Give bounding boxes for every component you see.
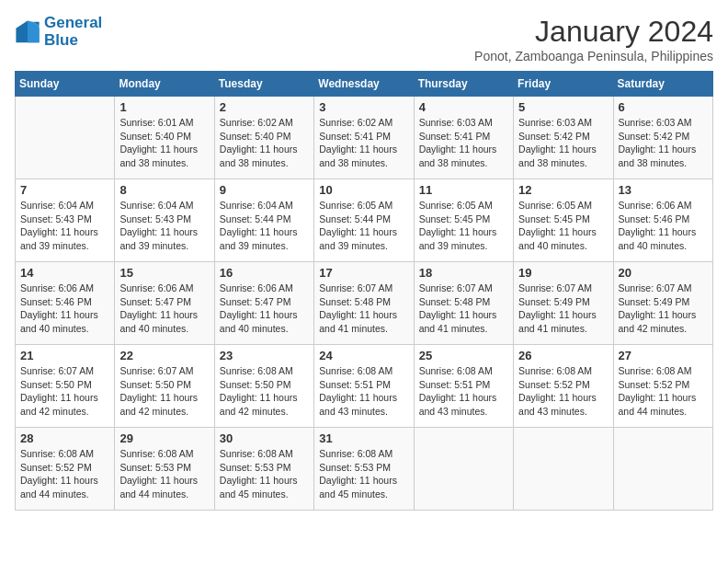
day-info: Sunrise: 6:05 AMSunset: 5:44 PMDaylight:… bbox=[319, 199, 408, 253]
day-info: Sunrise: 6:03 AMSunset: 5:42 PMDaylight:… bbox=[619, 116, 708, 170]
day-number: 18 bbox=[419, 266, 508, 280]
day-info: Sunrise: 6:04 AMSunset: 5:43 PMDaylight:… bbox=[20, 199, 109, 253]
day-number: 6 bbox=[619, 100, 708, 114]
day-number: 31 bbox=[319, 431, 408, 445]
day-number: 28 bbox=[20, 431, 109, 445]
day-info: Sunrise: 6:06 AMSunset: 5:47 PMDaylight:… bbox=[220, 282, 309, 336]
calendar-cell: 28Sunrise: 6:08 AMSunset: 5:52 PMDayligh… bbox=[16, 428, 115, 511]
month-title: January 2024 bbox=[474, 15, 713, 49]
day-info: Sunrise: 6:07 AMSunset: 5:49 PMDaylight:… bbox=[518, 282, 608, 336]
day-number: 23 bbox=[220, 349, 309, 362]
calendar-cell: 16Sunrise: 6:06 AMSunset: 5:47 PMDayligh… bbox=[214, 262, 313, 345]
calendar-cell: 25Sunrise: 6:08 AMSunset: 5:51 PMDayligh… bbox=[414, 345, 513, 428]
calendar-cell: 11Sunrise: 6:05 AMSunset: 5:45 PMDayligh… bbox=[414, 179, 513, 262]
day-number: 10 bbox=[319, 183, 408, 197]
calendar-cell: 7Sunrise: 6:04 AMSunset: 5:43 PMDaylight… bbox=[16, 179, 115, 262]
day-info: Sunrise: 6:06 AMSunset: 5:46 PMDaylight:… bbox=[619, 199, 708, 253]
calendar-cell: 15Sunrise: 6:06 AMSunset: 5:47 PMDayligh… bbox=[115, 262, 214, 345]
calendar-cell: 29Sunrise: 6:08 AMSunset: 5:53 PMDayligh… bbox=[115, 428, 214, 511]
day-number: 26 bbox=[518, 349, 608, 362]
calendar-cell: 2Sunrise: 6:02 AMSunset: 5:40 PMDaylight… bbox=[214, 97, 313, 179]
title-block: January 2024 Ponot, Zamboanga Peninsula,… bbox=[474, 15, 713, 63]
calendar-week-row: 21Sunrise: 6:07 AMSunset: 5:50 PMDayligh… bbox=[16, 345, 713, 428]
day-info: Sunrise: 6:04 AMSunset: 5:43 PMDaylight:… bbox=[119, 199, 209, 253]
day-info: Sunrise: 6:08 AMSunset: 5:52 PMDaylight:… bbox=[20, 447, 109, 501]
calendar-cell: 12Sunrise: 6:05 AMSunset: 5:45 PMDayligh… bbox=[514, 179, 613, 262]
day-number: 7 bbox=[20, 183, 109, 197]
day-info: Sunrise: 6:08 AMSunset: 5:53 PMDaylight:… bbox=[220, 447, 309, 501]
day-number: 2 bbox=[220, 100, 309, 114]
day-number: 29 bbox=[119, 431, 209, 445]
calendar-cell: 1Sunrise: 6:01 AMSunset: 5:40 PMDaylight… bbox=[115, 97, 214, 179]
day-number: 22 bbox=[119, 349, 209, 362]
calendar-week-row: 28Sunrise: 6:08 AMSunset: 5:52 PMDayligh… bbox=[16, 428, 713, 511]
calendar-cell: 10Sunrise: 6:05 AMSunset: 5:44 PMDayligh… bbox=[314, 179, 414, 262]
calendar-cell bbox=[613, 428, 712, 511]
weekday-header: Sunday bbox=[16, 72, 115, 97]
weekday-header: Saturday bbox=[613, 72, 712, 97]
calendar-week-row: 14Sunrise: 6:06 AMSunset: 5:46 PMDayligh… bbox=[16, 262, 713, 345]
day-info: Sunrise: 6:04 AMSunset: 5:44 PMDaylight:… bbox=[220, 199, 309, 253]
weekday-header: Thursday bbox=[414, 72, 513, 97]
calendar-cell: 24Sunrise: 6:08 AMSunset: 5:51 PMDayligh… bbox=[314, 345, 414, 428]
calendar-cell: 20Sunrise: 6:07 AMSunset: 5:49 PMDayligh… bbox=[613, 262, 712, 345]
calendar-cell: 3Sunrise: 6:02 AMSunset: 5:41 PMDaylight… bbox=[314, 97, 414, 179]
day-number: 1 bbox=[119, 100, 209, 114]
day-info: Sunrise: 6:07 AMSunset: 5:49 PMDaylight:… bbox=[619, 282, 708, 336]
calendar-cell: 13Sunrise: 6:06 AMSunset: 5:46 PMDayligh… bbox=[613, 179, 712, 262]
day-info: Sunrise: 6:08 AMSunset: 5:51 PMDaylight:… bbox=[419, 364, 508, 419]
day-info: Sunrise: 6:08 AMSunset: 5:53 PMDaylight:… bbox=[119, 447, 209, 501]
day-info: Sunrise: 6:08 AMSunset: 5:53 PMDaylight:… bbox=[319, 447, 408, 501]
calendar-cell: 30Sunrise: 6:08 AMSunset: 5:53 PMDayligh… bbox=[214, 428, 313, 511]
day-number: 13 bbox=[619, 183, 708, 197]
day-info: Sunrise: 6:07 AMSunset: 5:50 PMDaylight:… bbox=[119, 364, 209, 419]
day-info: Sunrise: 6:07 AMSunset: 5:50 PMDaylight:… bbox=[20, 364, 109, 419]
calendar-header-row: SundayMondayTuesdayWednesdayThursdayFrid… bbox=[16, 72, 713, 97]
weekday-header: Monday bbox=[115, 72, 214, 97]
day-info: Sunrise: 6:03 AMSunset: 5:42 PMDaylight:… bbox=[518, 116, 608, 170]
calendar-cell: 26Sunrise: 6:08 AMSunset: 5:52 PMDayligh… bbox=[514, 345, 613, 428]
weekday-header: Wednesday bbox=[314, 72, 414, 97]
calendar-cell: 14Sunrise: 6:06 AMSunset: 5:46 PMDayligh… bbox=[16, 262, 115, 345]
calendar-cell: 5Sunrise: 6:03 AMSunset: 5:42 PMDaylight… bbox=[514, 97, 613, 179]
day-number: 15 bbox=[119, 266, 209, 280]
day-number: 14 bbox=[20, 266, 109, 280]
day-info: Sunrise: 6:02 AMSunset: 5:41 PMDaylight:… bbox=[319, 116, 408, 170]
day-info: Sunrise: 6:07 AMSunset: 5:48 PMDaylight:… bbox=[319, 282, 408, 336]
day-info: Sunrise: 6:03 AMSunset: 5:41 PMDaylight:… bbox=[419, 116, 508, 170]
day-info: Sunrise: 6:02 AMSunset: 5:40 PMDaylight:… bbox=[220, 116, 309, 170]
logo-text: General Blue bbox=[44, 15, 102, 49]
calendar-cell bbox=[16, 97, 115, 179]
day-number: 27 bbox=[619, 349, 708, 362]
calendar-cell: 21Sunrise: 6:07 AMSunset: 5:50 PMDayligh… bbox=[16, 345, 115, 428]
calendar-cell: 17Sunrise: 6:07 AMSunset: 5:48 PMDayligh… bbox=[314, 262, 414, 345]
day-number: 16 bbox=[220, 266, 309, 280]
calendar-cell: 9Sunrise: 6:04 AMSunset: 5:44 PMDaylight… bbox=[214, 179, 313, 262]
calendar-cell: 19Sunrise: 6:07 AMSunset: 5:49 PMDayligh… bbox=[514, 262, 613, 345]
day-info: Sunrise: 6:05 AMSunset: 5:45 PMDaylight:… bbox=[518, 199, 608, 253]
day-info: Sunrise: 6:08 AMSunset: 5:52 PMDaylight:… bbox=[619, 364, 708, 419]
day-number: 25 bbox=[419, 349, 508, 362]
day-number: 30 bbox=[220, 431, 309, 445]
calendar-cell: 18Sunrise: 6:07 AMSunset: 5:48 PMDayligh… bbox=[414, 262, 513, 345]
day-number: 12 bbox=[518, 183, 608, 197]
calendar-table: SundayMondayTuesdayWednesdayThursdayFrid… bbox=[15, 71, 713, 511]
day-number: 8 bbox=[119, 183, 209, 197]
calendar-cell: 8Sunrise: 6:04 AMSunset: 5:43 PMDaylight… bbox=[115, 179, 214, 262]
day-number: 21 bbox=[20, 349, 109, 362]
day-number: 9 bbox=[220, 183, 309, 197]
calendar-week-row: 1Sunrise: 6:01 AMSunset: 5:40 PMDaylight… bbox=[16, 97, 713, 179]
calendar-cell: 6Sunrise: 6:03 AMSunset: 5:42 PMDaylight… bbox=[613, 97, 712, 179]
calendar-cell: 23Sunrise: 6:08 AMSunset: 5:50 PMDayligh… bbox=[214, 345, 313, 428]
day-number: 19 bbox=[518, 266, 608, 280]
day-info: Sunrise: 6:01 AMSunset: 5:40 PMDaylight:… bbox=[119, 116, 209, 170]
day-info: Sunrise: 6:08 AMSunset: 5:51 PMDaylight:… bbox=[319, 364, 408, 419]
day-info: Sunrise: 6:06 AMSunset: 5:47 PMDaylight:… bbox=[119, 282, 209, 336]
day-info: Sunrise: 6:05 AMSunset: 5:45 PMDaylight:… bbox=[419, 199, 508, 253]
calendar-cell bbox=[414, 428, 513, 511]
day-number: 3 bbox=[319, 100, 408, 114]
day-info: Sunrise: 6:08 AMSunset: 5:52 PMDaylight:… bbox=[518, 364, 608, 419]
location-subtitle: Ponot, Zamboanga Peninsula, Philippines bbox=[474, 49, 713, 63]
calendar-cell: 4Sunrise: 6:03 AMSunset: 5:41 PMDaylight… bbox=[414, 97, 513, 179]
day-info: Sunrise: 6:06 AMSunset: 5:46 PMDaylight:… bbox=[20, 282, 109, 336]
